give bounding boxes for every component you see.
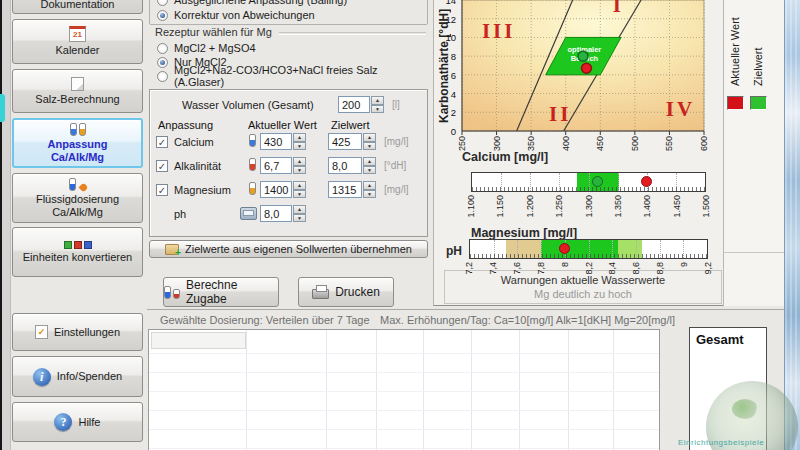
radio-mgcl2-mgso4[interactable]: MgCl2 + MgSO4 xyxy=(157,41,256,55)
ph-meter-icon xyxy=(240,207,257,220)
column-header-target: Zielwert xyxy=(331,119,370,131)
total-panel: Gesamt xyxy=(689,327,767,450)
y-tick-label: 0 xyxy=(438,126,456,137)
sidebar-item-kalender[interactable]: 21 Kalender xyxy=(12,19,143,64)
folder-plus-icon xyxy=(165,244,179,255)
magnesium-target-value[interactable]: 1315 xyxy=(328,181,362,198)
help-icon: ? xyxy=(54,413,72,431)
dosing-status: Gewählte Dosierung: Verteilen über 7 Tag… xyxy=(160,314,370,326)
calcium-label: Calcium xyxy=(174,136,214,148)
alkalinity-target-value[interactable]: 8,0 xyxy=(328,157,362,174)
sidebar-item-hilfe[interactable]: ? Hilfe xyxy=(12,402,143,442)
sidebar-item-info-spenden[interactable]: i Info/Spenden xyxy=(12,356,143,397)
gauge-segment xyxy=(506,240,542,258)
gauge-tick-label: 8,6 xyxy=(630,262,642,275)
y-tick-label: 4 xyxy=(438,89,456,100)
dosing-status-value: Verteilen über 7 Tage xyxy=(266,314,370,326)
print-button[interactable]: Drucken xyxy=(298,277,394,307)
dosing-table xyxy=(148,329,660,450)
radio-icon xyxy=(157,10,168,21)
water-chemistry-chart-panel: Karbonathärte [°dH] optimalerBereichIIII… xyxy=(433,0,783,306)
x-tick-label: 450 xyxy=(594,136,606,151)
ph-current-value[interactable]: 8,0 xyxy=(260,205,292,222)
sidebar-item-salz-berechnung[interactable]: Salz-Berechnung xyxy=(12,69,143,113)
gauge-gridline xyxy=(618,173,619,191)
x-axis-title: Calcium [mg/l] xyxy=(462,150,548,164)
alkalinity-checkbox[interactable]: ✓ xyxy=(156,160,168,172)
gauge-tick-label: 7,6 xyxy=(511,262,523,275)
alkalinity-target-spinner[interactable]: 8,0 ▲▼ xyxy=(328,157,376,174)
rezeptur-group-title: Rezeptur wählen für Mg xyxy=(155,26,272,38)
gauge-gridline xyxy=(683,240,684,258)
dosing-schedule-panel: Gewählte Dosierung: Verteilen über 7 Tag… xyxy=(147,309,784,450)
spinner-arrows[interactable]: ▲▼ xyxy=(371,96,384,113)
kh-calcium-chart: optimalerBereichIIIIIIIV xyxy=(459,0,705,136)
ph-current-spinner[interactable]: 8,0 ▲▼ xyxy=(260,205,306,222)
gauge-gridline xyxy=(612,240,613,258)
table-row-line xyxy=(149,410,659,411)
sidebar-item-einheiten-konvertieren[interactable]: Einheiten konvertieren xyxy=(12,227,143,277)
gauge-segment xyxy=(541,240,618,258)
gauge-tick-label: 1.250 xyxy=(553,195,565,218)
left-edge-accent xyxy=(0,94,5,122)
dropper-icon xyxy=(69,178,87,191)
sidebar-item-anpassung-ca-alk-mg[interactable]: Anpassung Ca/Alk/Mg xyxy=(12,118,143,168)
calcium-vial-icon xyxy=(249,134,256,147)
warning-title: Warnungen aktuelle Wasserwerte xyxy=(444,274,722,286)
gauge-tick-label: 9,2 xyxy=(702,262,714,275)
radio-korrektur-von-abweichungen[interactable]: Korrektur von Abweichungen xyxy=(157,8,315,22)
gauge-tick-label: 8,8 xyxy=(654,262,666,275)
adjustment-form-panel: Ausgeglichene Anpassung (Balling) Korrek… xyxy=(147,0,430,309)
calculate-dose-button[interactable]: Berechne Zugabe xyxy=(163,277,279,307)
radio-freies-salz[interactable]: MgCl2+Na2-CO3/HCO3+NaCl freies Salz (A.G… xyxy=(157,69,430,83)
alkalinity-current-spinner[interactable]: 6,7 ▲▼ xyxy=(260,157,306,174)
x-tick-label: 350 xyxy=(525,136,537,151)
table-row-line xyxy=(149,391,659,392)
calcium-current-spinner[interactable]: 430 ▲▼ xyxy=(260,133,306,150)
volume-value[interactable]: 200 xyxy=(338,96,370,113)
calcium-target-value[interactable]: 425 xyxy=(328,133,362,150)
warning-message: Mg deutlich zu hoch xyxy=(444,288,722,300)
sidebar-item-dokumentation[interactable]: Dokumentation xyxy=(12,0,143,14)
ph-label: ph xyxy=(174,208,186,220)
column-header-current: Aktueller Wert xyxy=(248,119,317,131)
gauge-tick-label: 7,4 xyxy=(487,262,499,275)
table-row-line xyxy=(149,448,659,449)
calendar-icon: 21 xyxy=(69,26,86,42)
gauge-tick-label: 1.350 xyxy=(612,195,624,218)
radio-icon xyxy=(157,71,168,82)
calcium-unit: [mg/l] xyxy=(384,136,408,147)
svg-text:I: I xyxy=(613,0,624,17)
sidebar-item-einstellungen[interactable]: ✓ Einstellungen xyxy=(12,313,143,351)
legend-target-swatch xyxy=(750,96,767,110)
magnesium-checkbox[interactable]: ✓ xyxy=(156,184,168,196)
gauge-gridline xyxy=(589,173,590,191)
radio-icon xyxy=(157,43,168,54)
gauge-gridline xyxy=(517,240,518,258)
calcium-current-value[interactable]: 430 xyxy=(260,133,292,150)
table-column-line xyxy=(376,330,377,450)
magnesium-gauge-title: Magnesium [mg/l] xyxy=(471,226,577,240)
magnesium-target-spinner[interactable]: 1315 ▲▼ xyxy=(328,181,376,198)
calcium-checkbox[interactable]: ✓ xyxy=(156,136,168,148)
sidebar-item-label: Einheiten konvertieren xyxy=(23,251,132,263)
gauge-tick-label: 8 xyxy=(559,262,571,267)
magnesium-current-spinner[interactable]: 1400 ▲▼ xyxy=(260,181,306,198)
gauge-segment xyxy=(618,240,642,258)
x-tick-label: 400 xyxy=(560,136,572,151)
radio-ausgeglichene-anpassung[interactable]: Ausgeglichene Anpassung (Balling) xyxy=(157,0,347,7)
column-header-param: Anpassung xyxy=(158,119,213,131)
volume-spinner[interactable]: 200 ▲▼ xyxy=(338,96,384,113)
radio-label: MgCl2 + MgSO4 xyxy=(174,42,256,54)
alkalinity-current-value[interactable]: 6,7 xyxy=(260,157,292,174)
table-column-line xyxy=(568,330,569,450)
sidebar-item-label: Dokumentation xyxy=(41,0,115,10)
adopt-targets-button[interactable]: Zielwerte aus eigenen Sollwerten überneh… xyxy=(149,240,428,258)
table-column-line xyxy=(613,330,614,450)
calcium-target-spinner[interactable]: 425 ▲▼ xyxy=(328,133,376,150)
volume-unit: [l] xyxy=(392,99,400,110)
sidebar-item-fluessigdosierung[interactable]: Flüssigdosierung Ca/Alk/Mg xyxy=(12,173,143,223)
legend-divider xyxy=(723,252,784,253)
magnesium-current-value[interactable]: 1400 xyxy=(260,181,292,198)
gauge-gridline xyxy=(636,240,637,258)
